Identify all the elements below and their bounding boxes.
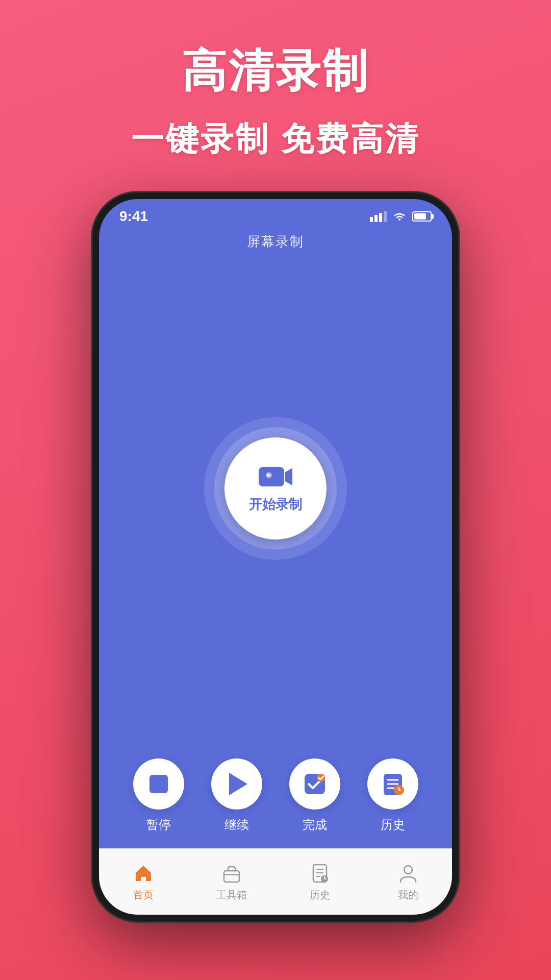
tab-bar: 首页 工具箱 (99, 848, 452, 915)
record-inner-button[interactable]: 开始录制 (224, 437, 327, 540)
pause-label: 暂停 (146, 817, 171, 833)
phone-mockup: 9:41 (92, 192, 459, 922)
finish-label: 完成 (303, 817, 327, 833)
main-content: 开始录制 (99, 259, 452, 748)
record-outer-ring: 开始录制 (204, 417, 347, 560)
signal-icon (370, 211, 387, 222)
svg-rect-11 (224, 871, 239, 882)
svg-marker-1 (285, 468, 292, 485)
stop-icon (149, 775, 168, 793)
pause-control[interactable]: 暂停 (133, 758, 184, 833)
sub-headline: 一键录制 免费高清 (131, 117, 420, 161)
history-circle (367, 758, 418, 810)
tab-home[interactable]: 首页 (99, 849, 187, 915)
resume-label: 继续 (224, 817, 249, 833)
finish-control[interactable]: 完成 (289, 758, 340, 833)
record-mid-ring: 开始录制 (214, 427, 337, 550)
status-icons (370, 210, 432, 223)
wifi-icon (392, 210, 407, 223)
status-time: 9:41 (119, 208, 148, 225)
tab-history-label: 历史 (310, 888, 330, 902)
app-title: 屏幕录制 (247, 234, 304, 249)
home-tab-icon (132, 862, 155, 885)
record-button-container[interactable]: 开始录制 (204, 417, 347, 560)
pause-circle (133, 758, 184, 810)
history-label: 历史 (381, 817, 405, 833)
history-control[interactable]: 历史 (367, 758, 418, 833)
bottom-controls: 暂停 继续 (99, 748, 452, 848)
toolbox-tab-icon (220, 862, 243, 885)
tab-toolbox-label: 工具箱 (216, 888, 247, 902)
tab-mine[interactable]: 我的 (364, 849, 452, 915)
mine-tab-icon (396, 862, 420, 885)
resume-circle (211, 758, 262, 810)
record-label: 开始录制 (249, 496, 302, 513)
phone-frame: 9:41 (92, 192, 459, 922)
svg-point-18 (404, 866, 412, 874)
main-headline: 高清录制 (182, 41, 369, 102)
camera-icon (258, 463, 293, 491)
battery-icon (412, 211, 432, 222)
app-title-bar: 屏幕录制 (99, 229, 452, 259)
tab-history[interactable]: 历史 (276, 849, 364, 915)
phone-screen: 9:41 (99, 199, 452, 915)
history-icon (380, 771, 406, 797)
tab-mine-label: 我的 (398, 888, 418, 902)
status-bar: 9:41 (99, 199, 452, 229)
tab-toolbox[interactable]: 工具箱 (187, 849, 276, 915)
svg-point-5 (317, 774, 325, 782)
check-icon (302, 771, 328, 797)
tab-home-label: 首页 (133, 888, 154, 902)
history-tab-icon (308, 862, 332, 885)
resume-control[interactable]: 继续 (211, 758, 262, 833)
finish-circle (289, 758, 340, 810)
play-icon (229, 773, 247, 795)
